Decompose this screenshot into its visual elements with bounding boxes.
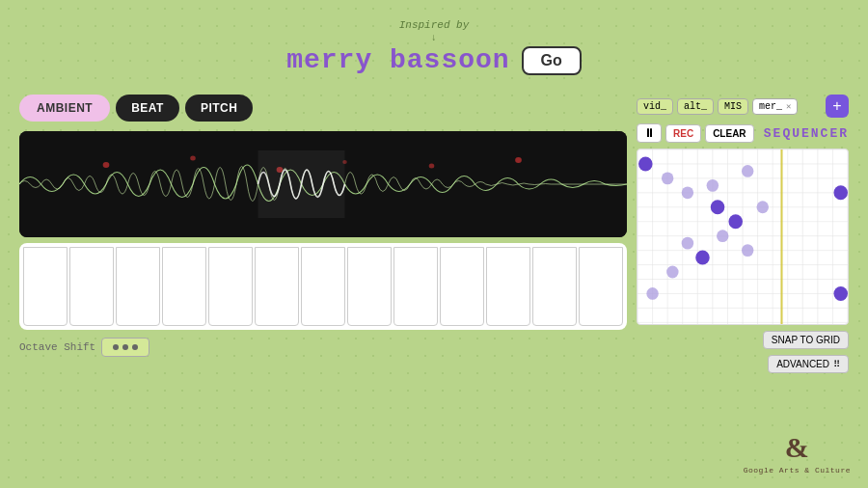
svg-point-44 xyxy=(682,186,693,199)
piano-key[interactable] xyxy=(255,247,299,326)
track-tab-vid[interactable]: vid_ xyxy=(637,98,673,115)
mode-buttons: AMBIENT BEAT PITCH xyxy=(19,95,627,122)
svg-point-49 xyxy=(682,237,693,250)
svg-point-38 xyxy=(711,200,725,214)
snap-to-grid-button[interactable]: SNAP TO GRID xyxy=(763,331,849,349)
svg-point-6 xyxy=(515,157,522,163)
svg-point-51 xyxy=(666,266,678,279)
advanced-controls: ADVANCED ⠿ xyxy=(637,355,849,373)
advanced-button[interactable]: ADVANCED ⠿ xyxy=(768,355,849,373)
grid-icon: ⠿ xyxy=(833,359,840,369)
piano-key[interactable] xyxy=(486,247,530,326)
app-title: merry bassoon xyxy=(286,45,509,75)
inspired-by-text: Inspired by xyxy=(0,19,868,31)
piano-key[interactable] xyxy=(208,247,253,326)
ambient-button[interactable]: AMBIENT xyxy=(19,95,110,122)
octave-dot xyxy=(113,344,119,350)
svg-point-43 xyxy=(662,172,673,184)
right-panel: vid_ alt_ MIS mer_ ✕ + ⏸ REC CLEAR SEQUE… xyxy=(637,95,849,373)
svg-rect-36 xyxy=(780,149,782,324)
add-track-button[interactable]: + xyxy=(826,95,849,118)
sequencer-grid-svg xyxy=(637,149,848,324)
inspired-arrow: ↓ xyxy=(0,33,868,43)
track-name-box: mer_ ✕ xyxy=(752,98,798,115)
piano-key[interactable] xyxy=(23,247,68,326)
track-tab-mis[interactable]: MIS xyxy=(718,98,748,115)
svg-point-52 xyxy=(646,287,658,300)
advanced-label: ADVANCED xyxy=(776,359,829,369)
piano-key[interactable] xyxy=(393,247,438,326)
svg-point-5 xyxy=(429,164,435,169)
title-row: merry bassoon Go xyxy=(0,45,868,75)
piano-key[interactable] xyxy=(301,247,345,326)
ampersand-icon: & xyxy=(785,431,809,464)
svg-point-1 xyxy=(103,162,110,168)
svg-point-47 xyxy=(757,201,769,213)
track-active-name: mer_ xyxy=(759,101,782,112)
piano-key[interactable] xyxy=(69,247,114,326)
bottom-controls: SNAP TO GRID xyxy=(637,331,849,349)
svg-point-40 xyxy=(695,251,710,265)
clear-button[interactable]: CLEAR xyxy=(705,124,753,143)
pitch-button[interactable]: PITCH xyxy=(185,95,254,122)
go-button[interactable]: Go xyxy=(522,46,582,75)
track-close-button[interactable]: ✕ xyxy=(786,101,791,112)
svg-point-42 xyxy=(833,286,848,301)
waveform-svg xyxy=(19,131,627,237)
piano-key[interactable] xyxy=(347,247,392,326)
svg-point-45 xyxy=(707,179,719,192)
svg-point-39 xyxy=(728,214,743,229)
octave-dot xyxy=(132,344,138,350)
svg-point-37 xyxy=(638,156,653,171)
brand-logo: & Google Arts & Culture xyxy=(744,431,851,474)
sequencer-controls: ⏸ REC CLEAR SEQUENCER xyxy=(637,123,849,143)
piano-keyboard xyxy=(19,243,627,330)
pause-button[interactable]: ⏸ xyxy=(637,123,662,143)
sequencer-grid[interactable] xyxy=(637,149,849,325)
brand-text: Google Arts & Culture xyxy=(744,466,851,474)
octave-area: Octave Shift xyxy=(19,338,627,357)
svg-point-41 xyxy=(833,185,848,200)
octave-dot xyxy=(122,344,128,350)
piano-key[interactable] xyxy=(532,247,577,326)
track-tabs: vid_ alt_ MIS mer_ ✕ + xyxy=(637,95,849,118)
octave-control[interactable] xyxy=(101,338,149,357)
main-area: AMBIENT BEAT PITCH xyxy=(0,83,868,385)
svg-point-50 xyxy=(742,244,753,257)
piano-key[interactable] xyxy=(579,247,623,326)
octave-label: Octave Shift xyxy=(19,341,95,353)
rec-button[interactable]: REC xyxy=(665,124,701,143)
waveform-container xyxy=(19,131,627,237)
track-tab-alt[interactable]: alt_ xyxy=(677,98,714,115)
beat-button[interactable]: BEAT xyxy=(116,95,179,122)
svg-point-46 xyxy=(742,165,753,177)
piano-key[interactable] xyxy=(116,247,160,326)
sequencer-title: SEQUENCER xyxy=(764,126,849,141)
piano-key[interactable] xyxy=(162,247,206,326)
svg-point-2 xyxy=(190,156,196,161)
svg-point-48 xyxy=(717,230,728,242)
header: Inspired by ↓ merry bassoon Go xyxy=(0,0,868,75)
piano-key[interactable] xyxy=(440,247,484,326)
left-panel: AMBIENT BEAT PITCH xyxy=(19,95,627,373)
